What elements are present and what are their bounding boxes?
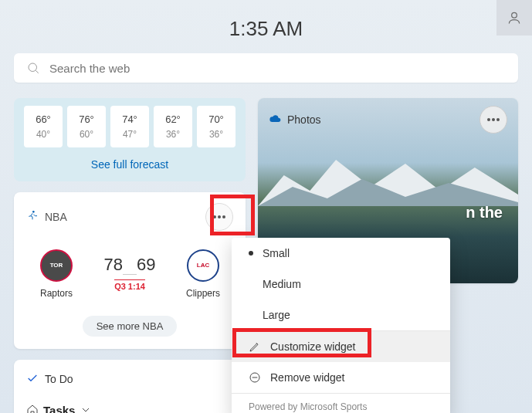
- running-icon: [26, 209, 39, 224]
- svg-point-0: [512, 12, 517, 18]
- team-a-name: Raptors: [29, 288, 83, 299]
- team-b[interactable]: LAC Clippers: [176, 249, 230, 299]
- svg-line-2: [36, 70, 38, 73]
- see-more-nba-button[interactable]: See more NBA: [83, 316, 178, 337]
- weather-day[interactable]: 66° 40°: [24, 106, 63, 147]
- menu-customize-widget[interactable]: Customize widget: [232, 331, 450, 362]
- menu-size-small[interactable]: Small: [232, 238, 450, 269]
- weather-hi: 62°: [154, 112, 192, 127]
- game-status: Q3 1:14: [114, 279, 145, 291]
- photos-caption: n the: [466, 204, 503, 222]
- search-icon: [26, 61, 40, 75]
- menu-remove-widget[interactable]: Remove widget: [232, 362, 450, 393]
- weather-widget[interactable]: 66° 40° 76° 60° 74° 47° 62° 36° 70° 36: [14, 98, 246, 181]
- photos-more-button[interactable]: [479, 106, 507, 134]
- check-icon: [26, 372, 39, 387]
- nba-more-button[interactable]: [205, 203, 233, 231]
- profile-button[interactable]: [496, 0, 532, 36]
- remove-icon: [249, 371, 261, 384]
- widget-context-menu: Small Medium Large Customize widget Remo…: [232, 238, 450, 413]
- weather-lo: 60°: [67, 127, 106, 141]
- weather-hi: 74°: [110, 112, 149, 127]
- home-icon: [26, 404, 39, 413]
- menu-size-large[interactable]: Large: [232, 300, 450, 330]
- weather-day[interactable]: 74° 47°: [110, 106, 149, 147]
- svg-point-3: [32, 211, 35, 213]
- menu-label: Small: [263, 247, 290, 259]
- weather-day[interactable]: 70° 36°: [197, 106, 236, 147]
- clock: 1:35 AM: [0, 0, 532, 41]
- team-a[interactable]: TOR Raptors: [29, 249, 83, 299]
- weather-day[interactable]: 76° 60°: [67, 106, 106, 147]
- weather-lo: 47°: [110, 127, 149, 141]
- menu-label: Large: [263, 309, 290, 321]
- todo-title: To Do: [45, 373, 73, 385]
- pencil-icon: [249, 340, 261, 353]
- weather-lo: 40°: [24, 127, 63, 141]
- weather-day[interactable]: 62° 36°: [154, 106, 192, 147]
- raptors-logo-icon: TOR: [40, 249, 73, 282]
- nba-widget: NBA TOR Raptors 78 69 Q3 1:14: [14, 192, 246, 349]
- photos-title: Photos: [287, 113, 321, 126]
- search-input[interactable]: [49, 62, 506, 75]
- svg-point-1: [29, 63, 37, 72]
- cloud-icon: [269, 113, 281, 127]
- nba-title: NBA: [45, 211, 67, 223]
- menu-label: Remove widget: [270, 371, 345, 384]
- weather-hi: 76°: [67, 112, 106, 127]
- see-full-forecast-link[interactable]: See full forecast: [20, 158, 239, 171]
- weather-lo: 36°: [154, 127, 192, 141]
- tasks-label: Tasks: [43, 404, 75, 414]
- score-a: 78: [103, 255, 122, 274]
- menu-footer: Powered by Microsoft Sports: [232, 394, 450, 413]
- search-box[interactable]: [14, 53, 518, 83]
- menu-label: Medium: [263, 278, 301, 290]
- score-b: 69: [137, 255, 155, 274]
- menu-label: Customize widget: [270, 340, 356, 353]
- todo-widget: To Do Tasks: [14, 360, 246, 414]
- menu-size-medium[interactable]: Medium: [232, 269, 450, 300]
- tasks-dropdown[interactable]: Tasks: [26, 404, 233, 414]
- weather-lo: 36°: [197, 127, 236, 141]
- bullet-icon: [249, 251, 253, 256]
- chevron-down-icon: [80, 404, 92, 413]
- clippers-logo-icon: LAC: [187, 249, 219, 282]
- weather-hi: 70°: [197, 112, 236, 127]
- team-b-name: Clippers: [176, 288, 230, 299]
- game-score: 78 69: [103, 255, 155, 275]
- weather-hi: 66°: [24, 112, 63, 127]
